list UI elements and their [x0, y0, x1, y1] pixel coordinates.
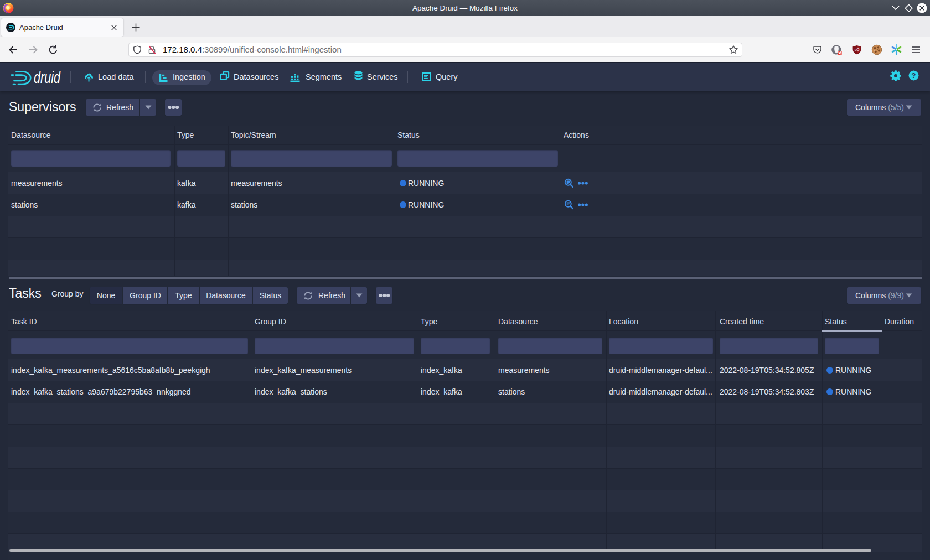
svg-text:?: ?: [912, 71, 916, 80]
svg-text:uO: uO: [855, 48, 860, 51]
